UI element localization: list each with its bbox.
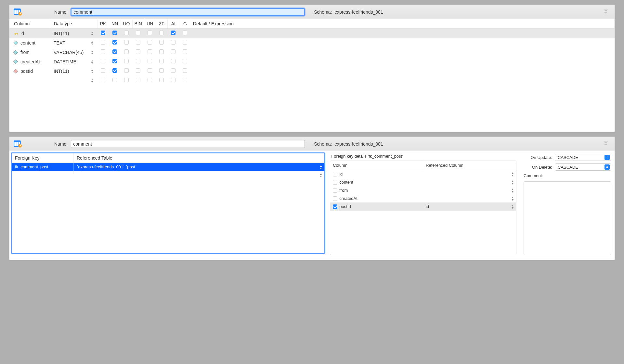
table-name-input[interactable] — [71, 140, 305, 148]
flag-zf-checkbox[interactable] — [159, 78, 164, 82]
flag-g-checkbox[interactable] — [183, 49, 187, 54]
header-zf[interactable]: ZF — [156, 19, 167, 29]
flag-un-checkbox[interactable] — [148, 31, 152, 35]
flag-bin-checkbox[interactable] — [136, 31, 140, 35]
datatype-stepper-icon[interactable]: ▴▾ — [91, 40, 93, 46]
flag-uq-checkbox[interactable] — [124, 31, 129, 35]
on-update-select[interactable]: CASCADE — [555, 154, 611, 161]
expand-icon[interactable] — [602, 140, 609, 148]
fk-row[interactable]: ▴▾ — [12, 171, 324, 174]
flag-uq-checkbox[interactable] — [124, 59, 129, 63]
ref-stepper-icon[interactable]: ▴▾ — [512, 172, 514, 177]
default-expression-cell[interactable] — [191, 66, 614, 76]
default-expression-cell[interactable] — [191, 47, 614, 57]
header-uq[interactable]: UQ — [121, 19, 132, 29]
column-name[interactable]: content — [20, 40, 35, 46]
flag-uq-checkbox[interactable] — [124, 49, 129, 54]
flag-un-checkbox[interactable] — [148, 40, 152, 45]
ref-header-column[interactable]: Column — [330, 161, 423, 170]
flag-pk-checkbox[interactable] — [101, 49, 105, 54]
flag-nn-checkbox[interactable] — [112, 49, 117, 54]
header-column[interactable]: Column — [9, 19, 52, 29]
flag-nn-checkbox[interactable] — [112, 40, 117, 45]
ref-stepper-icon[interactable]: ▴▾ — [512, 180, 514, 185]
ref-stepper-icon[interactable]: ▴▾ — [512, 188, 514, 193]
flag-ai-checkbox[interactable] — [171, 68, 176, 73]
flag-nn-checkbox[interactable] — [112, 59, 117, 63]
header-g[interactable]: G — [179, 19, 191, 29]
flag-g-checkbox[interactable] — [183, 59, 187, 63]
flag-un-checkbox[interactable] — [148, 49, 152, 54]
ref-column-checkbox[interactable] — [333, 204, 337, 209]
flag-ai-checkbox[interactable] — [171, 59, 176, 63]
flag-nn-checkbox[interactable] — [112, 31, 117, 35]
default-expression-cell[interactable] — [191, 29, 614, 38]
column-name[interactable]: postId — [20, 69, 33, 74]
header-pk[interactable]: PK — [97, 19, 109, 29]
column-name[interactable]: from — [20, 50, 30, 55]
flag-zf-checkbox[interactable] — [159, 49, 164, 54]
datatype-value[interactable]: DATETIME — [54, 59, 89, 64]
flag-zf-checkbox[interactable] — [159, 68, 164, 73]
ref-column-value[interactable] — [423, 181, 516, 183]
fk-name-cell[interactable] — [12, 171, 73, 174]
ref-column-value[interactable] — [423, 198, 516, 200]
flag-zf-checkbox[interactable] — [159, 40, 164, 45]
on-delete-select[interactable]: CASCADE — [555, 163, 611, 171]
fk-ref-cell[interactable] — [73, 171, 324, 174]
default-expression-cell[interactable] — [191, 76, 614, 85]
flag-nn-checkbox[interactable] — [112, 68, 117, 73]
flag-pk-checkbox[interactable] — [101, 59, 105, 63]
flag-uq-checkbox[interactable] — [124, 78, 129, 82]
datatype-stepper-icon[interactable]: ▴▾ — [91, 69, 93, 74]
datatype-value[interactable]: TEXT — [54, 40, 89, 46]
flag-g-checkbox[interactable] — [183, 31, 187, 35]
flag-bin-checkbox[interactable] — [136, 49, 140, 54]
flag-ai-checkbox[interactable] — [171, 40, 176, 45]
header-ai[interactable]: AI — [167, 19, 179, 29]
flag-uq-checkbox[interactable] — [124, 68, 129, 73]
ref-column-row[interactable]: postIdid▴▾ — [330, 202, 516, 211]
fk-row[interactable]: fk_comment_post`express-feelfriends_001`… — [12, 163, 324, 171]
flag-un-checkbox[interactable] — [148, 78, 152, 82]
fk-comment-textarea[interactable] — [524, 181, 611, 255]
fk-ref-stepper-icon[interactable]: ▴▾ — [320, 164, 322, 170]
ref-column-checkbox[interactable] — [333, 180, 337, 185]
flag-ai-checkbox[interactable] — [171, 78, 176, 82]
datatype-stepper-icon[interactable]: ▴▾ — [91, 50, 93, 55]
column-row[interactable]: createdAtDATETIME▴▾ — [9, 57, 615, 66]
ref-column-checkbox[interactable] — [333, 188, 337, 193]
fk-header-name[interactable]: Foreign Key — [12, 153, 73, 162]
flag-g-checkbox[interactable] — [183, 40, 187, 45]
fk-name-cell[interactable]: fk_comment_post — [12, 163, 73, 171]
fk-ref-cell[interactable]: `express-feelfriends_001`.`post` — [73, 163, 324, 171]
ref-stepper-icon[interactable]: ▴▾ — [512, 196, 514, 201]
datatype-value[interactable]: INT(11) — [54, 31, 89, 36]
flag-ai-checkbox[interactable] — [171, 31, 176, 35]
column-name[interactable]: createdAt — [20, 59, 40, 64]
fk-list[interactable]: Foreign Key Referenced Table fk_comment_… — [11, 152, 325, 254]
flag-pk-checkbox[interactable] — [101, 40, 105, 45]
column-row[interactable]: fromVARCHAR(45)▴▾ — [9, 47, 615, 57]
fk-header-ref[interactable]: Referenced Table — [73, 153, 324, 162]
table-name-input[interactable] — [71, 8, 305, 16]
flag-pk-checkbox[interactable] — [101, 78, 105, 82]
column-row[interactable]: ▴▾ — [9, 76, 615, 85]
ref-column-checkbox[interactable] — [333, 196, 337, 201]
ref-column-value[interactable] — [423, 189, 516, 191]
flag-nn-checkbox[interactable] — [112, 78, 117, 82]
ref-column-row[interactable]: id▴▾ — [330, 170, 516, 178]
column-row[interactable]: contentTEXT▴▾ — [9, 38, 615, 47]
expand-icon[interactable] — [602, 8, 609, 16]
ref-stepper-icon[interactable]: ▴▾ — [512, 204, 514, 209]
flag-pk-checkbox[interactable] — [101, 31, 105, 35]
datatype-stepper-icon[interactable]: ▴▾ — [91, 59, 93, 64]
datatype-value[interactable]: INT(11) — [54, 69, 89, 74]
flag-bin-checkbox[interactable] — [136, 78, 140, 82]
ref-column-row[interactable]: from▴▾ — [330, 186, 516, 194]
datatype-stepper-icon[interactable]: ▴▾ — [91, 31, 93, 36]
column-row[interactable]: postIdINT(11)▴▾ — [9, 66, 615, 76]
header-nn[interactable]: NN — [109, 19, 121, 29]
ref-header-refcolumn[interactable]: Referenced Column — [423, 161, 516, 170]
header-default[interactable]: Default / Expression — [191, 19, 614, 29]
